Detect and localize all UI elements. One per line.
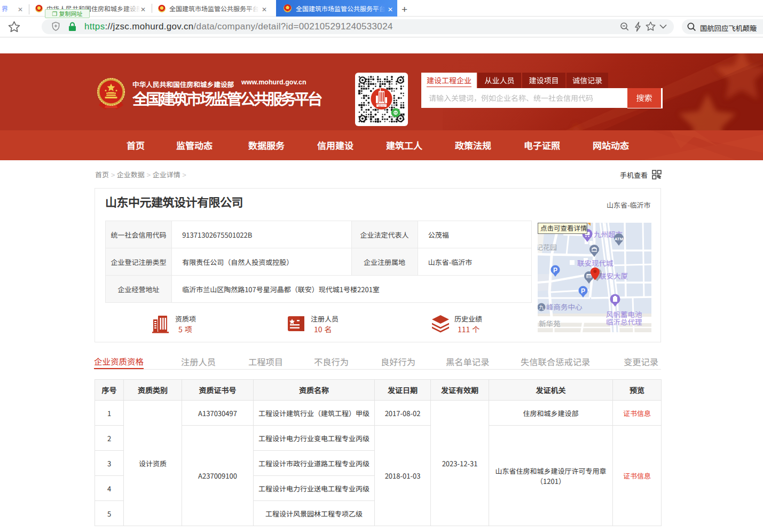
svg-text:ATM: ATM (615, 237, 624, 241)
svg-text:新华苑: 新华苑 (539, 318, 561, 328)
svg-text:峰商务中心: 峰商务中心 (546, 301, 583, 312)
svg-text:P: P (553, 267, 557, 274)
svg-text:点击可查看详情: 点击可查看详情 (540, 223, 587, 233)
svg-text:联安大厦: 联安大厦 (599, 270, 628, 281)
svg-text:联安现代城: 联安现代城 (577, 257, 613, 268)
svg-text:临沂总代理: 临沂总代理 (606, 316, 642, 327)
svg-text:P: P (581, 287, 585, 295)
svg-text:记花园: 记花园 (538, 242, 557, 252)
svg-text:九: 九 (539, 303, 544, 311)
svg-text:服务平台: 服务平台 (379, 105, 385, 107)
